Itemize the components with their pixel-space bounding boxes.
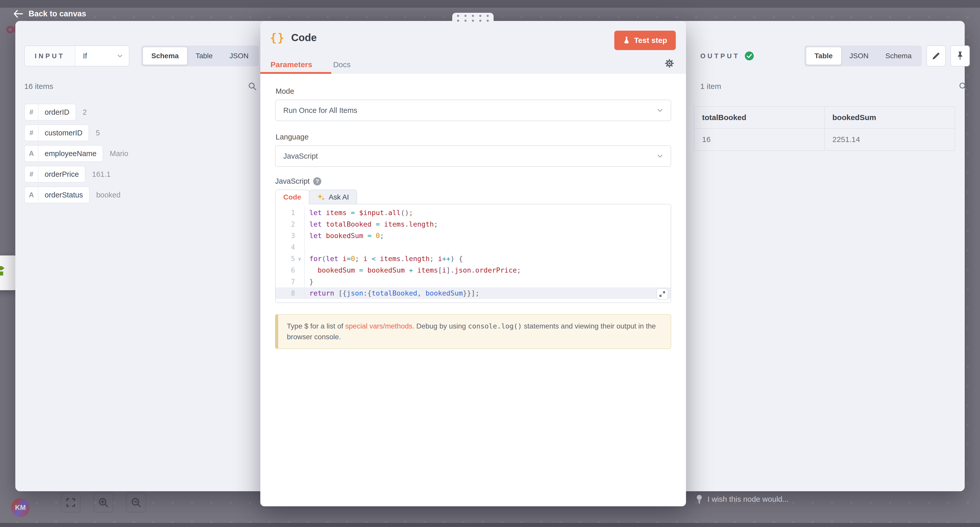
expand-editor-button[interactable] [656, 288, 668, 300]
input-tab-schema[interactable]: Schema [143, 47, 187, 65]
field-name: orderID [38, 104, 76, 120]
schema-field-pill[interactable]: A orderStatus [24, 187, 89, 203]
schema-field-row: # orderPrice 161.1 [24, 166, 128, 183]
node-settings-button[interactable] [664, 58, 675, 70]
code-line[interactable]: 1 let items = $input.all(); [275, 207, 671, 219]
field-type-icon: A [25, 187, 38, 203]
editor-gutter: 2 [275, 219, 305, 230]
code-text: } [305, 278, 313, 286]
code-text: bookedSum = bookedSum + items[i].json.or… [305, 266, 521, 274]
fold-chevron-icon: ∨ [295, 256, 304, 262]
pin-icon [956, 51, 964, 61]
search-icon[interactable] [248, 82, 257, 91]
input-tab-json[interactable]: JSON [221, 47, 257, 65]
editor-gutter: 3 [275, 230, 305, 241]
window-bottom-strip [0, 523, 980, 527]
code-line[interactable]: 8 return [{json:{totalBooked, bookedSum}… [275, 287, 671, 299]
field-type-icon: # [25, 166, 38, 182]
sparkles-icon [317, 193, 325, 201]
code-text: let totalBooked = items.length; [305, 220, 438, 228]
output-column-header: bookedSum [824, 107, 955, 128]
output-column-header: totalBooked [694, 107, 824, 128]
editor-tab-code[interactable]: Code [275, 190, 309, 204]
modal-tabs: Parameters Docs [260, 56, 686, 74]
edit-output-button[interactable] [926, 45, 946, 66]
input-tab-table[interactable]: Table [187, 47, 221, 65]
zoom-out-icon [130, 497, 142, 508]
fit-view-icon [65, 497, 76, 508]
field-name: orderPrice [38, 166, 85, 182]
modal-body: Mode Run Once for All Items Language Jav… [260, 74, 686, 349]
zoom-in-button[interactable] [94, 492, 113, 513]
lightbulb-icon [696, 494, 703, 504]
line-number: 7 [278, 278, 295, 286]
window-top-strip [0, 0, 980, 8]
field-type-icon: A [25, 145, 38, 161]
code-line[interactable]: 4 [275, 241, 671, 253]
avatar-initials: KM [15, 504, 26, 512]
language-select[interactable]: JavaScript [275, 145, 671, 167]
editor-label: JavaScript [275, 177, 310, 185]
input-source-select[interactable]: If [75, 46, 129, 66]
back-to-canvas-link[interactable]: Back to canvas [13, 9, 86, 18]
schema-field-pill[interactable]: # orderPrice [24, 166, 86, 183]
line-number: 4 [278, 243, 295, 251]
line-number: 5 [278, 255, 295, 263]
search-icon[interactable] [959, 82, 968, 91]
output-tab-schema[interactable]: Schema [877, 47, 920, 65]
code-line[interactable]: 2 let totalBooked = items.length; [275, 219, 671, 230]
field-name: employeeName [38, 145, 103, 161]
code-line[interactable]: 5 ∨ for(let i=0; i < items.length; i++) … [275, 253, 671, 264]
output-cell: 16 [694, 128, 824, 150]
line-number: 3 [278, 232, 295, 240]
user-avatar[interactable]: KM [11, 498, 30, 517]
expand-icon [659, 291, 666, 298]
mode-select[interactable]: Run Once for All Items [275, 100, 671, 121]
schema-field-pill[interactable]: # orderID [24, 104, 76, 121]
editor-tabs: Code Ask AI [275, 190, 671, 204]
code-node-icon: {} [270, 31, 285, 44]
code-line[interactable]: 3 let bookedSum = 0; [275, 230, 671, 241]
output-panel-label: OUTPUT [700, 52, 740, 60]
input-panel-label: INPUT [25, 46, 75, 66]
output-tab-json[interactable]: JSON [841, 47, 877, 65]
schema-field-pill[interactable]: # customerID [24, 125, 89, 141]
chevron-down-icon [116, 52, 124, 60]
editor-gutter: 7 [275, 276, 305, 287]
code-editor[interactable]: 1 let items = $input.all(); 2 let totalB… [275, 204, 671, 303]
help-icon[interactable]: ? [313, 177, 321, 185]
input-items-count: 16 items [24, 82, 53, 91]
zoom-out-button[interactable] [126, 492, 146, 513]
test-step-button[interactable]: Test step [614, 31, 676, 50]
code-line[interactable]: 6 bookedSum = bookedSum + items[i].json.… [275, 264, 671, 276]
line-number: 6 [278, 267, 295, 274]
editor-tab-ask-ai[interactable]: Ask AI [309, 190, 357, 204]
editor-gutter: 4 [275, 241, 305, 253]
output-view-tabs: Table JSON Schema [804, 45, 922, 66]
tab-docs[interactable]: Docs [333, 60, 350, 69]
hint-code: console.log() [468, 322, 522, 330]
test-step-label: Test step [634, 36, 667, 45]
input-source-value: If [83, 52, 87, 60]
field-value: booked [96, 191, 121, 199]
schema-field-row: # customerID 5 [24, 125, 128, 141]
special-vars-link[interactable]: special vars/methods. [345, 322, 414, 330]
code-text: let bookedSum = 0; [305, 232, 384, 240]
node-feedback-link[interactable]: I wish this node would... [696, 494, 789, 504]
ndv-drag-handle[interactable] [452, 13, 493, 24]
code-line[interactable]: 7 } [275, 276, 671, 287]
ask-ai-label: Ask AI [329, 193, 349, 201]
output-table-header-row: totalBooked bookedSum [694, 107, 955, 128]
field-type-icon: # [25, 125, 38, 141]
back-to-canvas-label: Back to canvas [29, 9, 86, 18]
output-panel: OUTPUT Table JSON Schema 1 [686, 21, 980, 491]
success-check-icon [745, 51, 754, 61]
input-schema-list: # orderID 2 # customerID 5 A [24, 104, 128, 203]
output-tab-table[interactable]: Table [806, 47, 841, 65]
chevron-down-icon [656, 106, 664, 115]
pin-data-button[interactable] [950, 45, 970, 66]
fit-view-button[interactable] [61, 492, 81, 513]
output-items-count: 1 item [700, 82, 721, 91]
schema-field-pill[interactable]: A employeeName [24, 145, 103, 162]
tab-parameters[interactable]: Parameters [270, 60, 312, 69]
